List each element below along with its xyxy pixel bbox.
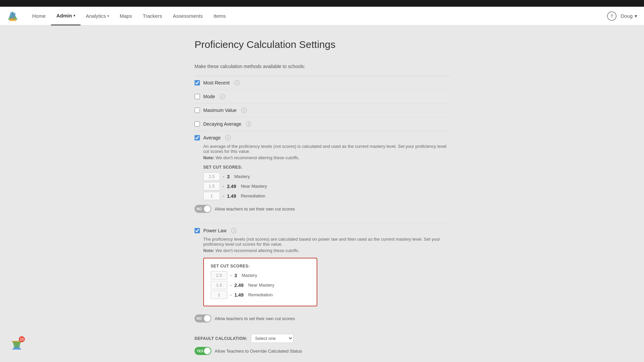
pl-toggle-label: Allow teachers to set their own cut scor… [215, 316, 295, 321]
checkbox-power-law[interactable] [195, 228, 200, 233]
avg-toggle-thumb [204, 205, 211, 212]
avg-score-row-2: - 2.49 Near Mastery [203, 182, 449, 190]
admin-arrow: ▾ [73, 14, 75, 17]
power-law-note: Note: We don't recommend altering these … [195, 248, 449, 253]
nav-items: Home Admin ▾ Analytics ▾ Maps Trackers A… [27, 7, 607, 25]
decaying-avg-info-icon[interactable]: i [246, 121, 251, 127]
nav-admin[interactable]: Admin ▾ [51, 7, 80, 25]
option-decaying-avg: Decaying Average i [195, 117, 449, 131]
checkbox-decaying-avg[interactable] [195, 121, 200, 127]
nav-items[interactable]: Items [208, 7, 231, 25]
section-label: Make these calculation methods available… [195, 64, 449, 69]
main-content: Proficiency Calculation Settings Make th… [188, 25, 456, 362]
avg-teacher-toggle[interactable]: NO [195, 205, 211, 213]
default-calc-row: DEFAULT CALCULATION: Select one Most Rec… [195, 334, 449, 343]
average-note: Note: We don't recommend altering these … [195, 155, 449, 160]
nav-trackers[interactable]: Trackers [137, 7, 167, 25]
pl-cut-scores-label: SET CUT SCORES: [211, 264, 310, 268]
pl-score-row-3: - 1.49 Remediation [211, 291, 310, 299]
avg-score-from-2[interactable] [203, 182, 220, 190]
default-calc-label: DEFAULT CALCULATION: [195, 336, 248, 341]
nav-maps[interactable]: Maps [114, 7, 138, 25]
power-law-info-icon[interactable]: i [231, 228, 236, 233]
user-menu[interactable]: Doug ▾ [621, 13, 637, 19]
power-law-label: Power Law [203, 228, 226, 233]
avg-toggle-row: NO Allow teachers to set their own cut s… [195, 201, 449, 218]
svg-marker-5 [13, 342, 21, 348]
avg-score-row-1: - 3 Mastery [203, 172, 449, 181]
power-law-description: The proficiency levels (not scores) are … [195, 237, 449, 247]
pl-teacher-toggle[interactable]: NO [195, 314, 211, 322]
allow-toggle-thumb [204, 348, 211, 354]
avg-cut-scores-label: SET CUT SCORES: [203, 165, 449, 170]
notification-badge: 13 [19, 336, 25, 342]
allow-teachers-toggle[interactable]: YES [195, 347, 211, 355]
nav-right: ? Doug ▾ [607, 11, 637, 21]
pl-score-row-1: - 3 Mastery [211, 271, 310, 280]
top-bar [0, 0, 644, 7]
average-info-icon[interactable]: i [225, 135, 231, 140]
option-mode: Mode i [195, 90, 449, 104]
pl-score-from-1[interactable] [211, 271, 227, 280]
allow-teachers-row: YES Allow Teachers to Override Calculate… [195, 347, 449, 355]
avg-score-row-3: - 1.49 Remediation [203, 192, 449, 200]
avg-score-from-1[interactable] [203, 172, 220, 181]
analytics-arrow: ▾ [107, 14, 109, 18]
brand-logo[interactable] [7, 10, 20, 22]
average-label: Average [203, 135, 221, 140]
power-law-header: Power Law i [195, 228, 449, 233]
pl-score-row-2: - 2.49 Near Mastery [211, 281, 310, 289]
mode-label: Mode [203, 94, 215, 99]
nav-analytics[interactable]: Analytics ▾ [80, 7, 114, 25]
option-most-recent: Most Recent i [195, 76, 449, 90]
nav-home[interactable]: Home [27, 7, 51, 25]
average-section: Average i An average of the proficiency … [195, 131, 449, 223]
average-description: An average of the proficiency levels (no… [195, 144, 449, 154]
navbar: Home Admin ▾ Analytics ▾ Maps Trackers A… [0, 7, 644, 25]
checkbox-most-recent[interactable] [195, 80, 200, 85]
checkbox-max-value[interactable] [195, 108, 200, 113]
most-recent-info-icon[interactable]: i [234, 80, 240, 85]
pl-score-from-3[interactable] [211, 291, 227, 299]
allow-teachers-label: Allow Teachers to Override Calculated St… [215, 349, 302, 354]
pl-toggle-thumb [204, 315, 211, 322]
power-law-section: Power Law i The proficiency levels (not … [195, 223, 449, 327]
power-law-cut-scores-box: SET CUT SCORES: - 3 Mastery - 2.49 Near … [203, 258, 317, 306]
avg-score-from-3[interactable] [203, 192, 220, 200]
page-title: Proficiency Calculation Settings [195, 39, 449, 50]
pl-toggle-row: NO Allow teachers to set their own cut s… [195, 311, 449, 327]
checkbox-mode[interactable] [195, 94, 200, 99]
pl-score-from-2[interactable] [211, 281, 227, 289]
option-max-value: Maximum Value i [195, 104, 449, 117]
avg-toggle-label: Allow teachers to set their own cut scor… [215, 206, 295, 212]
default-calc-select[interactable]: Select one Most Recent Average Power Law [251, 334, 293, 343]
max-value-info-icon[interactable]: i [241, 108, 247, 113]
decaying-avg-label: Decaying Average [203, 121, 241, 127]
most-recent-label: Most Recent [203, 80, 230, 85]
average-header: Average i [195, 135, 449, 140]
notification-icon[interactable]: 13 [10, 338, 23, 352]
help-button[interactable]: ? [607, 11, 616, 21]
mode-info-icon[interactable]: i [220, 94, 225, 99]
checkbox-average[interactable] [195, 135, 200, 140]
nav-assessments[interactable]: Assessments [167, 7, 208, 25]
max-value-label: Maximum Value [203, 108, 236, 113]
average-cut-scores: SET CUT SCORES: - 3 Mastery - 2.49 Near … [195, 165, 449, 200]
